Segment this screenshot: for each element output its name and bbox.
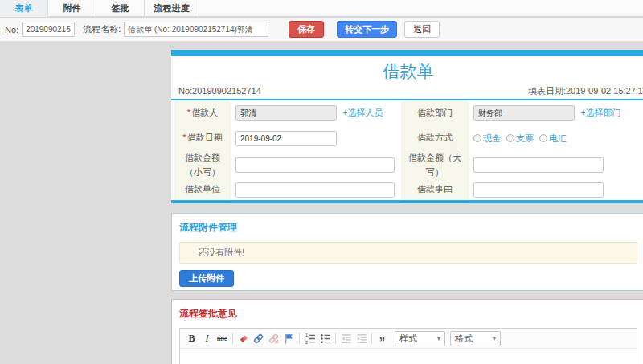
toolbar-separator <box>371 333 372 344</box>
no-label: No: <box>5 25 18 35</box>
indent-icon[interactable] <box>354 331 368 346</box>
form-subheader: No:20190902152714 填表日期:2019-09-02 15:27:… <box>171 83 643 99</box>
amount-upper-label: 借款金额（大写） <box>401 151 469 179</box>
editor-body[interactable] <box>180 349 637 364</box>
dept-field: +选择部门 <box>469 100 643 125</box>
anchor-flag-icon[interactable] <box>282 331 296 346</box>
format-dropdown-label: 格式 <box>455 333 473 345</box>
unit-field <box>231 179 401 200</box>
amount-upper-input[interactable] <box>473 157 604 173</box>
link-icon[interactable] <box>252 331 265 346</box>
screen: 表单 附件 签批 流程进度 No: 流程名称: 保存 转交下一步 返回 借款单 … <box>0 0 643 364</box>
method-label: 借款方式 <box>401 125 469 151</box>
svg-text:1: 1 <box>305 333 307 337</box>
borrower-label: *借款人 <box>174 100 231 125</box>
radio-option-cash[interactable]: 现金 <box>473 133 501 145</box>
form-date-text: 填表日期:2019-09-02 15:27:1 <box>528 85 643 97</box>
radio-icon[interactable] <box>473 134 481 142</box>
bold-icon[interactable]: B <box>185 331 199 346</box>
no-input[interactable] <box>22 22 75 37</box>
flow-name-label: 流程名称: <box>83 23 121 35</box>
tab-bar: 表单 附件 签批 流程进度 <box>0 0 643 17</box>
save-button[interactable]: 保存 <box>289 21 324 38</box>
radio-icon[interactable] <box>539 134 547 142</box>
required-marker: * <box>182 133 186 142</box>
outdent-icon[interactable] <box>339 331 353 346</box>
unit-input[interactable] <box>235 182 395 198</box>
rich-text-editor: B I abc 12 <box>179 328 637 364</box>
numbered-list-icon[interactable]: 12 <box>303 331 317 346</box>
back-button[interactable]: 返回 <box>404 21 440 38</box>
select-person-link[interactable]: +选择人员 <box>342 107 383 119</box>
toolbar-separator <box>232 333 233 344</box>
borrow-date-label: *借款日期 <box>174 125 231 151</box>
radio-option-cheque[interactable]: 支票 <box>506 133 534 145</box>
remove-format-icon[interactable] <box>236 331 250 346</box>
styles-dropdown-label: 样式 <box>399 333 417 345</box>
action-toolbar: No: 流程名称: 保存 转交下一步 返回 <box>0 18 643 42</box>
select-dept-link[interactable]: +选择部门 <box>580 107 620 119</box>
blockquote-icon[interactable]: ” <box>375 331 389 346</box>
borrow-date-field <box>231 125 401 151</box>
tab-attachment[interactable]: 附件 <box>48 0 96 17</box>
form-table: *借款人 +选择人员 借款部门 +选择部门 *借款日期 借款方式 现金 支票 电… <box>171 99 643 203</box>
form-title: 借款单 <box>171 56 643 83</box>
next-step-button[interactable]: 转交下一步 <box>337 21 397 38</box>
required-marker: * <box>187 108 190 117</box>
form-panel: 借款单 No:20190902152714 填表日期:2019-09-02 15… <box>171 50 643 203</box>
borrower-field: +选择人员 <box>231 100 401 125</box>
italic-icon[interactable]: I <box>200 331 214 346</box>
format-dropdown[interactable]: 格式 ▾ <box>450 331 501 346</box>
sign-heading: 流程签批意见 <box>179 307 637 321</box>
reason-field <box>469 179 643 200</box>
unlink-icon[interactable] <box>267 331 281 346</box>
form-no-text: No:20190902152714 <box>178 86 261 96</box>
reason-label: 借款事由 <box>401 179 469 200</box>
strikethrough-icon[interactable]: abc <box>215 331 229 346</box>
svg-text:2: 2 <box>305 339 307 343</box>
panel-top-bar <box>171 50 643 56</box>
method-field: 现金 支票 电汇 <box>469 125 643 151</box>
toolbar-separator <box>299 333 300 344</box>
chevron-down-icon: ▾ <box>493 335 496 342</box>
tab-process-progress[interactable]: 流程进度 <box>145 0 199 17</box>
attachment-heading: 流程附件管理 <box>179 221 637 235</box>
bulleted-list-icon[interactable] <box>318 331 332 346</box>
reason-input[interactable] <box>473 182 604 198</box>
flow-name-input[interactable] <box>124 22 268 37</box>
editor-toolbar: B I abc 12 <box>180 329 637 349</box>
unit-label: 借款单位 <box>174 179 231 200</box>
tab-form[interactable]: 表单 <box>0 0 48 17</box>
borrow-date-input[interactable] <box>235 131 337 146</box>
dept-label: 借款部门 <box>401 100 469 125</box>
radio-option-wire[interactable]: 电汇 <box>539 133 567 145</box>
styles-dropdown[interactable]: 样式 ▾ <box>395 331 445 346</box>
upload-attachment-button[interactable]: 上传附件 <box>179 270 234 287</box>
chevron-down-icon: ▾ <box>437 335 440 342</box>
amount-upper-field <box>469 151 643 179</box>
tab-approval[interactable]: 签批 <box>96 0 145 17</box>
amount-lower-field <box>231 151 401 179</box>
no-attachment-alert: 还没有附件! <box>179 242 637 264</box>
sign-panel: 流程签批意见 B I abc <box>171 299 643 364</box>
borrower-input[interactable] <box>235 105 337 121</box>
amount-lower-input[interactable] <box>235 157 395 173</box>
radio-icon[interactable] <box>506 134 514 142</box>
dept-input[interactable] <box>473 105 575 121</box>
attachment-panel: 流程附件管理 还没有附件! 上传附件 <box>171 213 643 291</box>
amount-lower-label: 借款金额（小写） <box>174 151 231 179</box>
toolbar-separator <box>335 333 336 344</box>
